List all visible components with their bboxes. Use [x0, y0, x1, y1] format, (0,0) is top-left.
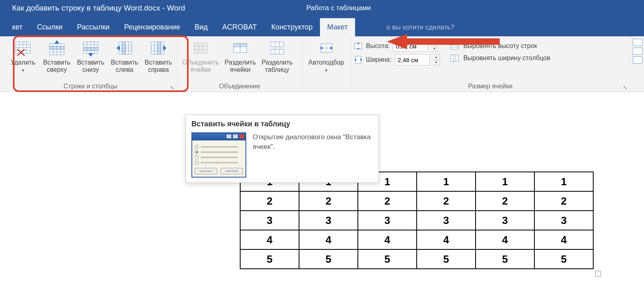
- row-height-icon: [354, 42, 363, 50]
- table-row: 444444: [240, 230, 593, 249]
- tooltip-description: Открытие диалогового окна "Вставка ячеек…: [253, 132, 373, 152]
- delete-button[interactable]: Удалить▼: [7, 39, 39, 75]
- svg-rect-73: [451, 55, 459, 61]
- svg-rect-45: [194, 43, 207, 53]
- ribbon: Удалить▼ Вставить сверху: [0, 36, 644, 92]
- window-title: Как добавить строку в таблицу Word.docx …: [12, 4, 185, 13]
- align-top-row[interactable]: [633, 39, 642, 46]
- tab-view[interactable]: Вид: [187, 18, 215, 36]
- cell-size-dialog-launcher[interactable]: ⤡: [622, 84, 628, 91]
- group-label-cell-size: Размер ячейки ⤡: [351, 82, 630, 92]
- width-input[interactable]: [395, 54, 430, 65]
- column-width-icon: [354, 55, 363, 64]
- width-spinner[interactable]: ▲▼: [433, 54, 440, 65]
- ribbon-tabs: кет Ссылки Рассылки Рецензирование Вид A…: [0, 16, 644, 36]
- split-table-button[interactable]: Разделить таблицу: [260, 39, 294, 75]
- distribute-columns-button[interactable]: Выровнять ширину столбцов: [450, 54, 551, 62]
- group-autofit-wrap: Автоподбор▼: [302, 36, 351, 92]
- insert-below-button[interactable]: Вставить снизу: [75, 39, 106, 75]
- autofit-icon: [318, 40, 335, 57]
- merge-cells-icon: [192, 40, 210, 57]
- width-label: Ширина:: [366, 56, 392, 63]
- table-row: 555555: [240, 249, 593, 269]
- insert-column-right-icon: [150, 40, 167, 57]
- split-table-icon: [268, 40, 286, 57]
- split-cells-icon: [231, 40, 249, 57]
- alignment-mini-group: [630, 36, 644, 92]
- svg-rect-67: [355, 56, 361, 63]
- align-middle-row[interactable]: [633, 48, 642, 55]
- rows-columns-dialog-launcher[interactable]: ⤡: [169, 84, 175, 91]
- group-rows-columns: Удалить▼ Вставить сверху: [0, 36, 177, 92]
- split-cells-button[interactable]: Разделить ячейки: [223, 39, 257, 75]
- tab-acrobat[interactable]: ACROBAT: [215, 18, 264, 36]
- height-label: Высота:: [366, 42, 390, 50]
- dialog-preview-icon: [191, 132, 246, 178]
- table-row: 222222: [240, 191, 593, 211]
- svg-marker-76: [387, 34, 500, 49]
- insert-column-left-icon: [116, 40, 133, 57]
- insert-row-below-icon: [82, 40, 100, 57]
- svg-marker-17: [54, 40, 59, 44]
- merge-cells-button: Объединить ячейки: [181, 39, 220, 75]
- group-label-rows-columns: Строки и столбцы ⤡: [4, 82, 177, 92]
- table-resize-handle[interactable]: [595, 271, 601, 276]
- insert-right-button[interactable]: Вставить справа: [143, 39, 174, 75]
- tab-table-design[interactable]: Конструктор: [264, 18, 320, 36]
- tab-review[interactable]: Рецензирование: [117, 18, 187, 36]
- delete-table-icon: [14, 40, 32, 57]
- contextual-tab-title: Работа с таблицами: [298, 0, 379, 16]
- svg-marker-26: [88, 53, 93, 57]
- tab-table-layout[interactable]: Макет: [320, 18, 355, 36]
- tab-unknown[interactable]: кет: [12, 18, 30, 36]
- autofit-button[interactable]: Автоподбор▼: [306, 39, 347, 75]
- group-merge: Объединить ячейки Разделить ячейки: [177, 36, 302, 92]
- table-row: 333333: [240, 211, 593, 230]
- svg-marker-44: [163, 46, 166, 50]
- insert-left-button[interactable]: Вставить слева: [109, 39, 140, 75]
- svg-rect-53: [271, 42, 284, 47]
- distribute-columns-icon: [450, 54, 459, 62]
- insert-above-button[interactable]: Вставить сверху: [41, 39, 73, 75]
- svg-rect-54: [271, 49, 284, 54]
- group-label-merge: Объединение: [177, 82, 302, 92]
- align-bottom-row[interactable]: [633, 57, 642, 64]
- document-table[interactable]: 111111 222222 333333 444444 555555: [240, 172, 594, 269]
- document-table-wrap: 111111 222222 333333 444444 555555: [240, 172, 594, 269]
- insert-row-above-icon: [48, 40, 66, 57]
- tooltip-insert-cells: Вставить ячейки в таблицу Открытие диало…: [185, 115, 379, 183]
- tab-mailings[interactable]: Рассылки: [70, 18, 117, 36]
- svg-rect-64: [355, 43, 362, 49]
- annotation-arrow: [387, 31, 500, 52]
- svg-marker-35: [116, 46, 120, 50]
- tooltip-title: Вставить ячейки в таблицу: [191, 120, 373, 128]
- tab-references[interactable]: Ссылки: [30, 18, 70, 36]
